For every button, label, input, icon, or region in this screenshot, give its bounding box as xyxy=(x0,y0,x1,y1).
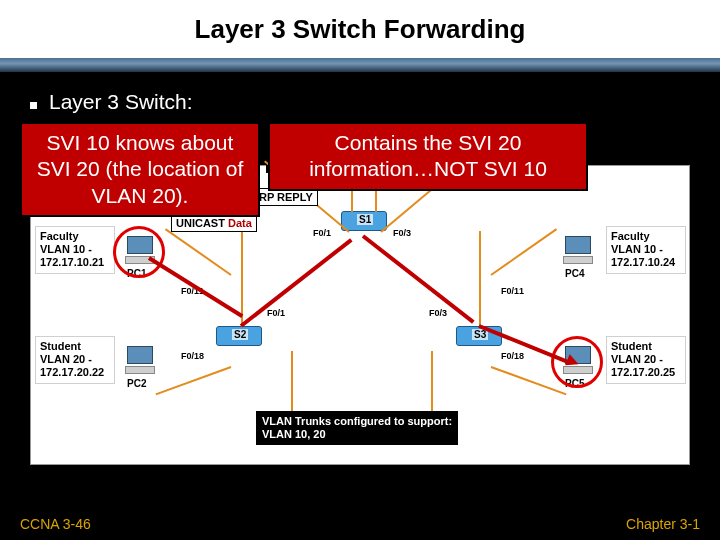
port-f03: F0/3 xyxy=(393,228,411,238)
pc2-vlan: VLAN 20 - xyxy=(40,353,92,365)
pc2-info: Student VLAN 20 - 172.17.20.22 xyxy=(35,336,115,384)
callout-row: SVI 10 knows about SVI 20 (the location … xyxy=(20,122,700,217)
pc5-name: Student xyxy=(611,340,652,352)
pc5-ip: 172.17.20.25 xyxy=(611,366,675,378)
pc4-vlan: VLAN 10 - xyxy=(611,243,663,255)
pc4-name: Faculty xyxy=(611,230,650,242)
footer-left: CCNA 3-46 xyxy=(20,516,91,532)
callout-svi20: Contains the SVI 20 information…NOT SVI … xyxy=(268,122,588,191)
pc5-vlan: VLAN 20 - xyxy=(611,353,663,365)
path-seg1 xyxy=(148,256,243,318)
pc2-label: PC2 xyxy=(127,378,146,389)
port-f01: F0/1 xyxy=(313,228,331,238)
slide-title: Layer 3 Switch Forwarding xyxy=(195,14,526,45)
port-f01b: F0/1 xyxy=(267,308,285,318)
path-seg2 xyxy=(240,238,353,327)
unicast-data: Data xyxy=(228,217,252,229)
callout-svi10: SVI 10 knows about SVI 20 (the location … xyxy=(20,122,260,217)
path-seg3 xyxy=(362,234,475,323)
port-f03b: F0/3 xyxy=(429,308,447,318)
bullet-text: Layer 3 Switch: xyxy=(49,90,193,114)
pc5-info: Student VLAN 20 - 172.17.20.25 xyxy=(606,336,686,384)
content-area: Layer 3 Switch: SVI 10 knows about SVI 2… xyxy=(0,72,720,114)
pc4-ip: 172.17.10.24 xyxy=(611,256,675,268)
port-f018r: F0/18 xyxy=(501,351,524,361)
pc4-label: PC4 xyxy=(565,268,584,279)
pc4-icon xyxy=(561,236,595,266)
unicast-prefix: UNICAST xyxy=(176,217,228,229)
pc1-name: Faculty xyxy=(40,230,79,242)
pc2-ip: 172.17.20.22 xyxy=(40,366,104,378)
switch-s2-label: S2 xyxy=(232,329,248,340)
gradient-divider xyxy=(0,58,720,72)
bullet-item: Layer 3 Switch: xyxy=(20,90,700,114)
pc2-name: Student xyxy=(40,340,81,352)
title-bar: Layer 3 Switch Forwarding xyxy=(0,0,720,58)
footer: CCNA 3-46 Chapter 3-1 xyxy=(20,516,700,532)
footer-right: Chapter 3-1 xyxy=(626,516,700,532)
pc2-icon xyxy=(123,346,157,376)
pc1-highlight-circle xyxy=(113,226,165,278)
pc1-ip: 172.17.10.21 xyxy=(40,256,104,268)
trunk-label: VLAN Trunks configured to support: VLAN … xyxy=(256,411,458,445)
pc4-info: Faculty VLAN 10 - 172.17.10.24 xyxy=(606,226,686,274)
port-f018l: F0/18 xyxy=(181,351,204,361)
pc1-vlan: VLAN 10 - xyxy=(40,243,92,255)
bullet-icon xyxy=(30,102,37,109)
pc1-info: Faculty VLAN 10 - 172.17.10.21 xyxy=(35,226,115,274)
port-f011r: F0/11 xyxy=(501,286,524,296)
